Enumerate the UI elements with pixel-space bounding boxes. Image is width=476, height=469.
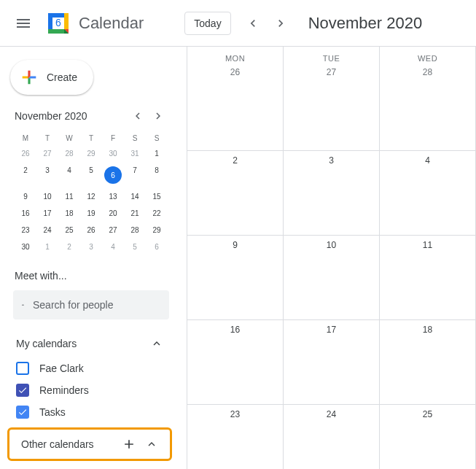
other-calendars-highlight: Other calendars bbox=[7, 427, 172, 461]
calendar-logo-icon: 6 bbox=[44, 9, 73, 38]
mini-day[interactable]: 4 bbox=[102, 239, 124, 255]
mini-day[interactable]: 29 bbox=[146, 222, 168, 239]
mini-day[interactable]: 11 bbox=[58, 188, 80, 205]
mini-day[interactable]: 3 bbox=[36, 162, 58, 188]
day-cell[interactable]: 16 bbox=[187, 319, 284, 404]
mini-day[interactable]: 26 bbox=[15, 145, 36, 162]
mini-day[interactable]: 2 bbox=[15, 162, 36, 188]
menu-icon[interactable] bbox=[6, 6, 41, 41]
other-calendars-toggle[interactable]: Other calendars bbox=[14, 431, 165, 457]
plus-icon bbox=[19, 67, 39, 88]
mini-cal-title: November 2020 bbox=[15, 110, 87, 122]
calendar-item[interactable]: Tasks bbox=[9, 401, 171, 423]
mini-day[interactable]: 12 bbox=[80, 188, 102, 205]
create-label: Create bbox=[47, 71, 77, 83]
mini-day[interactable]: 28 bbox=[124, 222, 146, 239]
calendar-item[interactable]: Fae Clark bbox=[9, 357, 171, 379]
day-cell[interactable]: 17 bbox=[284, 319, 380, 404]
calendar-checkbox[interactable] bbox=[16, 406, 29, 419]
month-nav bbox=[240, 10, 294, 36]
mini-day[interactable]: 15 bbox=[146, 188, 168, 205]
day-cell[interactable]: 27 bbox=[284, 66, 380, 150]
my-calendars-section: My calendars Fae ClarkRemindersTasks bbox=[7, 331, 172, 425]
mini-day[interactable]: 1 bbox=[146, 145, 168, 162]
app-header: 6 Calendar Today November 2020 bbox=[0, 0, 476, 47]
day-cell[interactable]: 26 bbox=[187, 66, 284, 150]
day-cell[interactable]: 28 bbox=[380, 66, 476, 150]
mini-dow: T bbox=[80, 131, 102, 145]
day-cell[interactable]: 9 bbox=[187, 235, 284, 319]
mini-day[interactable]: 6 bbox=[102, 162, 124, 188]
day-column-header: WED bbox=[380, 47, 476, 66]
calendar-item[interactable]: Reminders bbox=[9, 379, 171, 401]
mini-day[interactable]: 5 bbox=[80, 162, 102, 188]
mini-day[interactable]: 26 bbox=[80, 222, 102, 239]
day-cell[interactable]: 4 bbox=[380, 150, 476, 235]
mini-day[interactable]: 13 bbox=[102, 188, 124, 205]
mini-day[interactable]: 7 bbox=[124, 162, 146, 188]
mini-calendar: November 2020 MTWTFSS2627282930311234567… bbox=[7, 106, 172, 264]
mini-day[interactable]: 30 bbox=[102, 145, 124, 162]
day-cell[interactable]: 23 bbox=[187, 404, 284, 469]
mini-day[interactable]: 6 bbox=[146, 239, 168, 255]
day-column-header: TUE bbox=[284, 47, 380, 66]
logo[interactable]: 6 Calendar bbox=[44, 9, 144, 38]
mini-day[interactable]: 22 bbox=[146, 205, 168, 222]
mini-day[interactable]: 25 bbox=[58, 222, 80, 239]
mini-day[interactable]: 23 bbox=[15, 222, 36, 239]
mini-dow: W bbox=[58, 131, 80, 145]
search-people-input[interactable] bbox=[33, 299, 160, 311]
create-button[interactable]: Create bbox=[10, 60, 93, 95]
mini-day[interactable]: 27 bbox=[36, 145, 58, 162]
mini-dow: M bbox=[15, 131, 36, 145]
mini-day[interactable]: 24 bbox=[36, 222, 58, 239]
app-title: Calendar bbox=[79, 14, 144, 33]
mini-day[interactable]: 10 bbox=[36, 188, 58, 205]
mini-day[interactable]: 19 bbox=[80, 205, 102, 222]
day-cell[interactable]: 10 bbox=[284, 235, 380, 319]
day-cell[interactable]: 3 bbox=[284, 150, 380, 235]
mini-day[interactable]: 27 bbox=[102, 222, 124, 239]
today-button[interactable]: Today bbox=[184, 12, 230, 35]
mini-day[interactable]: 30 bbox=[15, 239, 36, 255]
mini-day[interactable]: 1 bbox=[36, 239, 58, 255]
mini-day[interactable]: 31 bbox=[124, 145, 146, 162]
chevron-up-icon bbox=[145, 438, 158, 451]
search-people-box[interactable] bbox=[13, 290, 169, 319]
mini-day[interactable]: 29 bbox=[80, 145, 102, 162]
mini-day[interactable]: 17 bbox=[36, 205, 58, 222]
people-icon bbox=[22, 298, 24, 312]
mini-next-button[interactable] bbox=[149, 106, 168, 125]
mini-day[interactable]: 5 bbox=[124, 239, 146, 255]
mini-day[interactable]: 2 bbox=[58, 239, 80, 255]
day-cell[interactable]: 11 bbox=[380, 235, 476, 319]
add-other-calendar-button[interactable] bbox=[122, 437, 136, 451]
calendar-checkbox[interactable] bbox=[16, 384, 29, 397]
mini-day[interactable]: 16 bbox=[15, 205, 36, 222]
mini-day[interactable]: 18 bbox=[58, 205, 80, 222]
day-cell[interactable]: 25 bbox=[380, 404, 476, 469]
sidebar: Create November 2020 MTWTFSS262728293031… bbox=[0, 47, 187, 469]
prev-month-button[interactable] bbox=[240, 10, 266, 36]
mini-day[interactable]: 8 bbox=[146, 162, 168, 188]
mini-day[interactable]: 14 bbox=[124, 188, 146, 205]
mini-day[interactable]: 4 bbox=[58, 162, 80, 188]
mini-dow: T bbox=[36, 131, 58, 145]
calendar-checkbox[interactable] bbox=[16, 362, 29, 375]
calendar-label: Fae Clark bbox=[39, 363, 84, 374]
mini-day[interactable]: 28 bbox=[58, 145, 80, 162]
day-column-header: MON bbox=[187, 47, 284, 66]
logo-day: 6 bbox=[55, 17, 61, 28]
day-cell[interactable]: 2 bbox=[187, 150, 284, 235]
mini-day[interactable]: 21 bbox=[124, 205, 146, 222]
mini-prev-button[interactable] bbox=[128, 106, 147, 125]
mini-dow: S bbox=[124, 131, 146, 145]
day-cell[interactable]: 18 bbox=[380, 319, 476, 404]
day-cell[interactable]: 24 bbox=[284, 404, 380, 469]
my-calendars-toggle[interactable]: My calendars bbox=[9, 331, 171, 356]
mini-day[interactable]: 3 bbox=[80, 239, 102, 255]
mini-day[interactable]: 20 bbox=[102, 205, 124, 222]
calendar-label: Reminders bbox=[39, 384, 89, 396]
next-month-button[interactable] bbox=[268, 10, 294, 36]
mini-day[interactable]: 9 bbox=[15, 188, 36, 205]
